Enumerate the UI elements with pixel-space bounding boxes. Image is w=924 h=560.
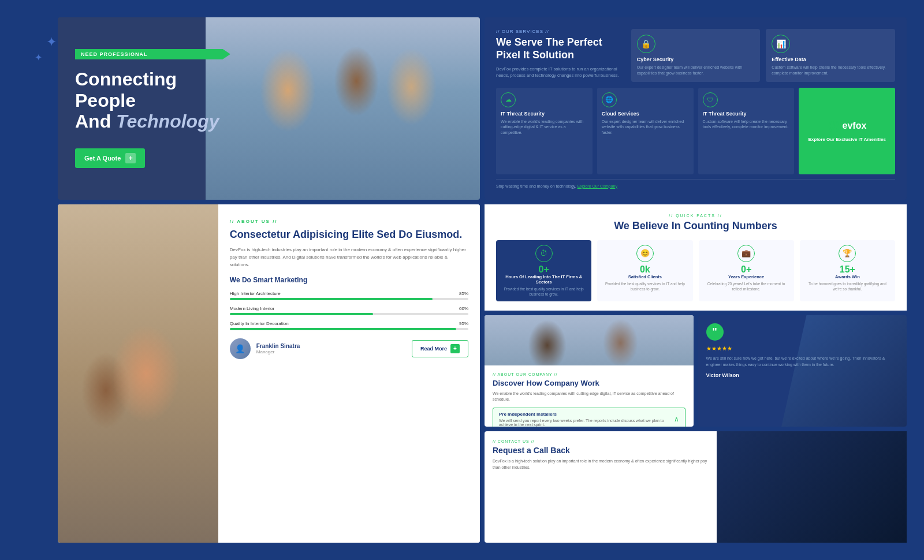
star-icon: ✦ [35,52,42,63]
author-avatar: 👤 [230,338,251,359]
read-more-label: Read More [420,346,447,352]
service-desc-cyber: Our expert designer team will deliver en… [637,65,755,76]
accordion-installers[interactable]: Pre Independent Installers We will send … [493,408,685,427]
hero-section: NEED PROFESSIONAL Connecting People And … [58,17,480,200]
service-desc-threat1: We enable the world's leading companies … [501,119,588,136]
number-value-clients: 0k [640,265,650,274]
service-card-cyber: 🔒 Cyber Security Our expert designer tea… [631,29,761,82]
skill-interior-label: Modern Living Interior 60% [230,306,468,311]
accordion-content: Pre Independent Installers We will send … [499,412,674,427]
contact-bg-image [717,431,907,543]
marketing-title: We Do Smart Marketing [230,276,468,284]
it-main-desc: DevFox provides complete IT solutions to… [496,66,625,79]
cloud-services-icon: 🌐 [602,92,617,107]
discover-image [485,315,694,365]
read-more-button[interactable]: Read More + [412,340,468,357]
skill-decoration: Quality In Interior Decoration 95% [230,321,468,330]
accordion-title: Pre Independent Installers [499,412,674,417]
hero-content: NEED PROFESSIONAL Connecting People And … [58,17,248,200]
about-description: DevFox is high-tech industries play an i… [230,247,468,268]
hours-icon: ⏱ [535,245,553,262]
skill-decoration-label: Quality In Interior Decoration 95% [230,321,468,326]
discover-heading: Discover How Company Work [493,379,685,387]
progress-fill [230,313,373,315]
service-title-threat1: IT Threat Security [501,111,588,117]
number-desc-hours: Provided the best quality services in IT… [501,286,587,297]
it-footer: Stop wasting time and money on technolog… [496,179,895,188]
cyber-security-icon: 🔒 [637,35,655,53]
number-card-experience: 💼 0+ Years Experience Celebrating 70 yea… [699,240,794,301]
number-desc-experience: Celebrating 70 years! Let's take the mom… [703,281,789,292]
about-heading: Consectetur Adipisicing Elite Sed Do Eiu… [230,229,468,241]
skill-value: 95% [459,321,468,326]
skill-architecture-label: High Interior Architecture 85% [230,291,468,296]
contact-section: // CONTACT US // Request a Call Back Dev… [485,431,907,543]
it-main-title-block: // OUR SERVICES // We Serve The Perfect … [496,29,625,82]
testimonial-bg [781,315,907,427]
evfox-logo: ⟨/⟩ evfox [828,119,866,133]
author-name: Franklin Sinatra [256,343,406,349]
discover-image-sim [485,315,694,365]
hero-badge: NEED PROFESSIONAL [75,49,230,59]
hero-title-line1: Connecting People [75,69,177,111]
service-desc-cloud: Our expert designer team will deliver en… [602,119,689,136]
number-desc-clients: Provided the best quality services in IT… [602,281,688,292]
get-quote-label: Get A Quote [84,155,121,162]
number-label-hours: Hours Of Leading Into The IT Firms & Sec… [501,274,587,285]
number-desc-awards: To be honored goes to incredibly gratify… [804,281,891,292]
skill-label: Quality In Interior Decoration [230,321,289,326]
service-card-data: 📊 Effective Data Custom software will he… [766,29,895,82]
numbers-grid: ⏱ 0+ Hours Of Leading Into The IT Firms … [496,240,895,301]
star-icon: ✦ [46,35,57,50]
get-quote-button[interactable]: Get A Quote + [75,148,145,168]
skill-value: 85% [459,291,468,296]
number-label-awards: Awards Win [835,274,860,279]
contact-description: DevFox is a high-tech solution play an i… [493,458,716,471]
service-title-threat2: IT Threat Security [703,111,790,117]
about-image [58,204,218,543]
it-footer-text-content: Stop wasting time and money on technolog… [496,184,576,188]
number-label-experience: Years Experience [728,274,764,279]
number-card-awards: 🏆 15+ Awards Win To be honored goes to i… [800,240,895,301]
bottom-right-section: // QUICK FACTS // We Believe In Counting… [485,204,907,543]
about-section-label: // ABOUT US // [230,219,468,224]
progress-fill [230,298,433,300]
progress-fill [230,328,457,330]
service-desc-data: Custom software will help create the nec… [772,65,889,76]
experience-icon: 💼 [737,245,755,262]
testimonial-text: We are still not sure how we got here, b… [706,355,899,368]
testimonial-stars: ★★★★★ [706,345,899,352]
service-desc-threat2: Custom software will help create the nec… [703,119,790,130]
service-card-threat2: 🛡 IT Threat Security Custom software wil… [698,88,795,174]
hero-title: Connecting People And Technology [75,69,230,132]
author-role: Manager [256,349,406,354]
read-more-icon: + [450,344,460,353]
evfox-tagline: Explore Our Exclusive IT Amenities [808,136,885,143]
numbers-heading: We Believe In Counting Numbers [496,220,895,232]
chevron-up-icon: ∧ [674,415,679,423]
number-card-clients: 😊 0k Satisfied Clients Provided the best… [597,240,692,301]
it-solutions-section: // OUR SERVICES // We Serve The Perfect … [485,17,907,200]
discover-section: // ABOUT OUR COMPANY // Discover How Com… [485,315,694,427]
testimonial-section: " ★★★★★ We are still not sure how we got… [698,315,907,427]
hero-title-line2: And [75,111,111,132]
it-main-heading: We Serve The Perfect Pixel It Solution [496,36,625,61]
shield-icon: 🛡 [703,92,718,107]
author-info: Franklin Sinatra Manager [256,343,406,354]
clients-icon: 😊 [636,245,654,262]
it-section-label: // OUR SERVICES // [496,29,625,34]
skill-architecture: High Interior Architecture 85% [230,291,468,300]
effective-data-icon: 📊 [772,35,790,53]
progress-bar [230,298,468,300]
about-content: // ABOUT US // Consectetur Adipisicing E… [218,204,480,543]
skill-label: High Interior Architecture [230,291,281,296]
it-footer-link[interactable]: Explore Our Company [578,184,617,188]
service-card-cloud: 🌐 Cloud Services Our expert designer tea… [597,88,694,174]
numbers-section-label: // QUICK FACTS // [496,214,895,218]
discover-content: // ABOUT OUR COMPANY // Discover How Com… [485,365,694,427]
mid-right-grid: // ABOUT OUR COMPANY // Discover How Com… [485,315,907,427]
evfox-brand-card: ⟨/⟩ evfox Explore Our Exclusive IT Ameni… [799,88,895,174]
number-value-hours: 0+ [539,265,549,274]
it-solutions-top: // OUR SERVICES // We Serve The Perfect … [496,29,895,82]
discover-label: // ABOUT OUR COMPANY // [493,372,685,376]
